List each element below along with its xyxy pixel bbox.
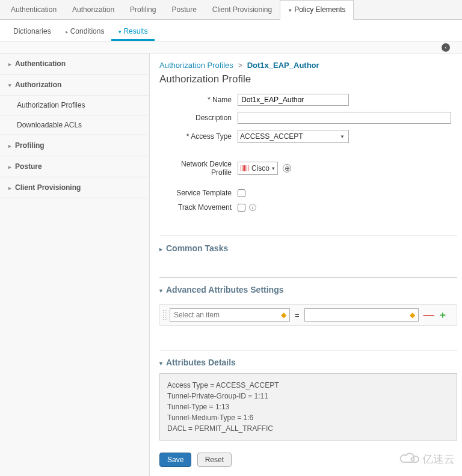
name-label: * Name	[159, 96, 238, 104]
detail-line: Access Type = ACCESS_ACCEPT	[167, 380, 449, 391]
tab-policy-elements[interactable]: Policy Elements	[280, 0, 353, 20]
top-nav-tabs: Authentication Authorization Profiling P…	[0, 0, 462, 20]
common-tasks-header[interactable]: Common Tasks	[159, 243, 457, 253]
breadcrumb-separator: >	[238, 61, 242, 70]
track-movement-label: Track Movement	[159, 203, 238, 212]
track-movement-checkbox[interactable]	[238, 204, 245, 212]
content-area: Authorization Profiles > Dot1x_EAP_Autho…	[150, 53, 462, 476]
breadcrumb-current: Dot1x_EAP_Author	[247, 61, 319, 70]
ndp-select[interactable]: Cisco	[238, 162, 278, 175]
info-icon[interactable]: i	[249, 204, 256, 211]
attribute-value-select[interactable]	[304, 308, 419, 322]
breadcrumb-parent[interactable]: Authorization Profiles	[159, 61, 233, 70]
access-type-label: * Access Type	[159, 132, 238, 141]
ndp-value: Cisco	[251, 164, 270, 172]
cisco-icon	[241, 165, 249, 171]
access-type-select[interactable]: ACCESS_ACCEPT	[238, 130, 349, 143]
tab-profiling[interactable]: Profiling	[122, 0, 164, 19]
detail-line: Tunnel-Private-Group-ID = 1:11	[167, 391, 449, 401]
detail-line: DACL = PERMIT_ALL_TRAFFIC	[167, 423, 449, 434]
attributes-details-header[interactable]: Attributes Details	[159, 358, 457, 367]
detail-line: Tunnel-Medium-Type = 1:6	[167, 412, 449, 423]
attribute-key-placeholder: Select an item	[174, 311, 220, 319]
reset-button[interactable]: Reset	[197, 453, 232, 467]
sidebar-item-client-provisioning[interactable]: Client Provisioning	[0, 177, 149, 198]
collapse-sidebar-icon[interactable]: ‹	[442, 43, 450, 52]
sidebar-item-posture[interactable]: Posture	[0, 156, 149, 177]
tab-client-provisioning[interactable]: Client Provisioning	[205, 0, 280, 19]
watermark-text: 亿速云	[422, 453, 455, 465]
description-input[interactable]	[238, 112, 451, 124]
page-title: Authorization Profile	[159, 73, 457, 85]
collapse-handle-bar: ‹	[0, 41, 462, 53]
svg-point-0	[411, 458, 414, 461]
breadcrumb: Authorization Profiles > Dot1x_EAP_Autho…	[159, 61, 457, 70]
subtab-dictionaries[interactable]: Dictionaries	[6, 23, 58, 41]
watermark: 亿速云	[399, 452, 455, 468]
subtab-conditions[interactable]: Conditions	[58, 23, 112, 41]
access-type-value: ACCESS_ACCEPT	[240, 132, 303, 141]
sidebar-item-profiling[interactable]: Profiling	[0, 135, 149, 156]
save-button[interactable]: Save	[159, 453, 191, 467]
add-row-icon[interactable]: ＋	[438, 309, 448, 322]
sidebar-sub-authorization-profiles[interactable]: Authorization Profiles	[0, 96, 149, 115]
attributes-details-box: Access Type = ACCESS_ACCEPT Tunnel-Priva…	[159, 373, 457, 441]
service-template-label: Service Template	[159, 189, 238, 197]
attribute-row: Select an item = — ＋	[159, 304, 457, 326]
cloud-icon	[399, 453, 420, 468]
sub-nav-tabs: Dictionaries Conditions Results	[0, 20, 462, 41]
remove-row-icon[interactable]: —	[424, 309, 434, 322]
advanced-attributes-header[interactable]: Advanced Attributes Settings	[159, 285, 457, 294]
subtab-results[interactable]: Results	[111, 23, 155, 41]
add-ndp-icon[interactable]: ⊕	[283, 164, 291, 172]
detail-line: Tunnel-Type = 1:13	[167, 401, 449, 412]
sidebar-item-authorization[interactable]: Authorization	[0, 75, 149, 96]
equals-sign: =	[295, 311, 300, 320]
name-input[interactable]	[238, 94, 349, 106]
ndp-label: Network Device Profile	[159, 160, 238, 177]
sidebar-item-authentication[interactable]: Authentication	[0, 53, 149, 75]
tab-posture[interactable]: Posture	[164, 0, 204, 19]
sidebar: Authentication Authorization Authorizati…	[0, 53, 150, 476]
sidebar-sub-downloadable-acls[interactable]: Downloadable ACLs	[0, 115, 149, 135]
service-template-checkbox[interactable]	[238, 189, 245, 197]
tab-authorization[interactable]: Authorization	[64, 0, 122, 19]
description-label: Description	[159, 114, 238, 122]
tab-authentication[interactable]: Authentication	[3, 0, 64, 19]
attribute-key-select[interactable]: Select an item	[170, 308, 290, 322]
drag-handle-icon[interactable]	[162, 310, 167, 320]
